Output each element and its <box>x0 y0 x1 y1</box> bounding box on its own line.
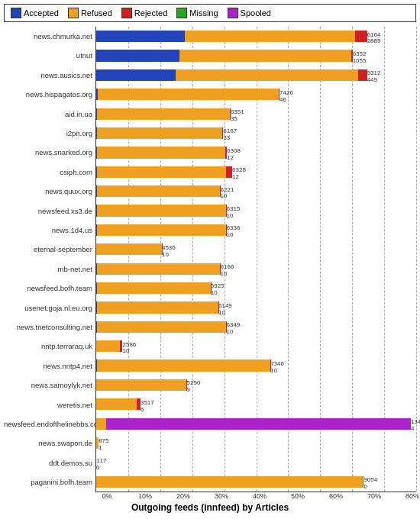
refused-legend-label: Refused <box>81 8 112 18</box>
x-tick-label: 30% <box>202 492 241 500</box>
accepted-legend-box <box>11 8 21 18</box>
bar-row: 622110 <box>96 182 416 201</box>
bar-stack: 63521055 <box>96 50 383 61</box>
bar-value-label: 35176 <box>141 400 154 414</box>
bar-segment-refused <box>96 418 105 430</box>
y-label: news.ausics.net <box>4 72 92 79</box>
bar-value-label: 1170 <box>96 458 106 472</box>
bar-segment-refused <box>97 108 230 120</box>
bar-value-label: 631510 <box>227 206 241 220</box>
bar-stack: 622110 <box>96 185 296 197</box>
bar-row: 592510 <box>96 279 416 298</box>
bar-segment-rejected <box>226 166 232 178</box>
bar-stack: 35176 <box>96 398 215 410</box>
bar-stack: 90540 <box>96 476 389 488</box>
bar-segment-accepted <box>96 31 185 42</box>
x-tick-label: 20% <box>164 492 202 500</box>
bar-stack: 5312449 <box>96 69 390 81</box>
bar-value-label: 258610 <box>123 342 137 356</box>
bar-row: 35176 <box>96 395 416 414</box>
y-label: newsfeed.bofh.team <box>4 285 92 292</box>
y-label: i2pn.org <box>4 130 92 137</box>
bar-row: 742646 <box>96 85 416 104</box>
y-label: paganini.bofh.team <box>4 479 92 486</box>
bar-segment-refused <box>97 282 211 294</box>
bar-segment-refused <box>97 224 227 236</box>
x-tick-label: 10% <box>126 492 164 500</box>
bar-stack: 635135 <box>96 108 304 120</box>
bar-row: 134084 <box>96 414 416 434</box>
bar-segment-rejected <box>355 31 367 42</box>
bar-row: 90540 <box>96 472 416 492</box>
bar-value-label: 634910 <box>227 322 241 336</box>
bar-stack: 453610 <box>96 243 241 255</box>
bar-stack: 632812 <box>96 166 305 178</box>
y-label: aid.in.ua <box>4 111 92 118</box>
bar-row: 453610 <box>96 240 416 259</box>
spooled-legend-box <box>228 8 238 18</box>
bar-stack: 616610 <box>96 263 296 275</box>
bar-value-label: 633610 <box>227 225 241 239</box>
legend-item-spooled: Spooled <box>228 8 271 18</box>
rejected-legend-box <box>121 8 132 18</box>
y-label: newsfeed.xs3.de <box>4 208 92 215</box>
bar-value-label: 616610 <box>221 264 234 278</box>
bar-segment-refused <box>97 147 226 158</box>
refused-legend-box <box>68 8 79 18</box>
bar-stack: 616733 <box>96 127 298 139</box>
bar-value-label: 742646 <box>279 90 293 104</box>
bar-stack: 258610 <box>96 340 188 352</box>
bar-stack: 634910 <box>96 321 300 333</box>
legend-item-accepted: Accepted <box>11 8 59 18</box>
bar-stack: 8751 <box>96 437 124 449</box>
x-tick-label: 60% <box>317 492 355 500</box>
bar-value-label: 616733 <box>223 128 237 142</box>
bar-stack: 61642889 <box>96 31 390 42</box>
y-label: news.hispagatos.org <box>4 91 92 98</box>
y-label: nntp.terraraq.uk <box>4 343 92 350</box>
y-label: news.samoylyk.net <box>4 382 92 389</box>
y-label: eternal-september <box>4 246 92 253</box>
bar-segment-spooled <box>106 418 411 430</box>
bar-segment-accepted <box>96 69 176 81</box>
bar-row: 630812 <box>96 143 416 162</box>
x-tick-label: 50% <box>279 492 317 500</box>
bar-segment-refused <box>97 185 221 197</box>
bar-segment-refused <box>176 69 358 81</box>
bar-stack: 734610 <box>96 359 332 371</box>
bar-row: 734610 <box>96 356 416 375</box>
bar-value-label: 63521055 <box>353 51 367 65</box>
bar-stack: 631510 <box>96 205 300 216</box>
y-label: ddt.demos.su <box>4 459 92 467</box>
bar-segment-refused <box>98 89 279 100</box>
bar-row: 52909 <box>96 376 416 395</box>
bar-segment-refused <box>97 301 218 313</box>
bar-segment-refused <box>97 263 221 275</box>
y-label: usenet.goja.nl.eu.org <box>4 305 92 312</box>
y-label: utnut <box>4 52 92 60</box>
y-label: news.snarked.org <box>4 149 92 156</box>
bar-row: 632812 <box>96 163 416 182</box>
bar-stack: 742646 <box>96 89 338 100</box>
y-label: news.tnetconsulting.net <box>4 324 92 331</box>
bar-value-label: 635135 <box>231 109 244 123</box>
bar-stack: 630812 <box>96 147 301 158</box>
bar-value-label: 622110 <box>221 187 234 201</box>
bar-value-label: 52909 <box>187 380 201 394</box>
bar-segment-refused <box>179 50 351 61</box>
bar-segment-refused <box>97 127 222 139</box>
bar-stack: 134084 <box>96 418 413 430</box>
y-label: news.nntp4.net <box>4 363 92 370</box>
y-label: weretis.net <box>4 401 92 409</box>
bar-stack: 592510 <box>96 282 288 294</box>
bar-value-label: 134084 <box>411 419 420 433</box>
x-tick-label: 0% <box>88 492 126 500</box>
bar-segment-accepted <box>96 50 179 61</box>
bar-segment-refused <box>97 205 227 216</box>
bar-stack: 1170 <box>96 456 100 468</box>
bar-row: 616733 <box>96 124 416 143</box>
bar-value-label: 632812 <box>232 167 246 181</box>
x-tick-label: 70% <box>355 492 393 500</box>
rejected-legend-label: Rejected <box>134 8 167 18</box>
bar-segment-refused <box>96 398 137 410</box>
